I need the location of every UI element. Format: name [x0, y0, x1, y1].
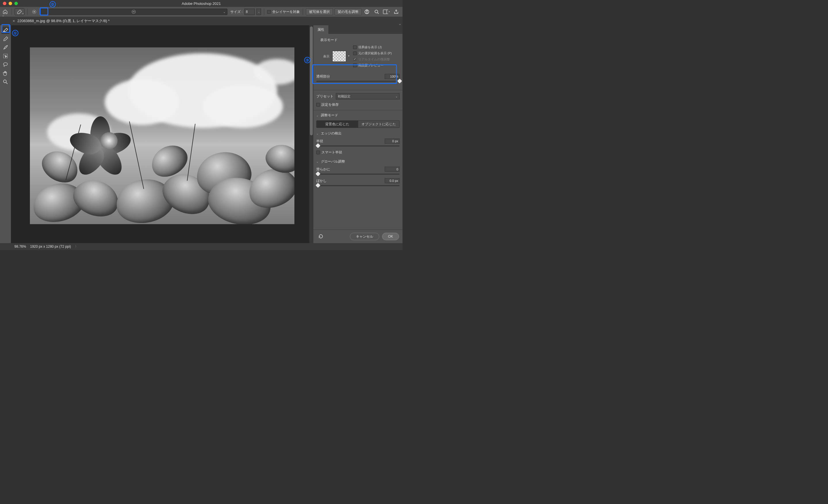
cancel-button[interactable]: キャンセル: [350, 233, 379, 240]
properties-panel: ›› 属性 表示モード 表示 境界線を表示 (J) 元の選択範囲を表示 (P) …: [314, 25, 403, 243]
brush-size-input[interactable]: [244, 9, 255, 15]
quick-selection-tool[interactable]: [1, 27, 9, 34]
document-tab-bar: ›› × 22083868_m.jpg @ 98.8% (白黒 1, レイヤーマ…: [0, 17, 403, 25]
panel-footer: キャンセル OK: [314, 230, 403, 243]
left-toolbar: ››: [0, 25, 11, 243]
add-to-selection-icon[interactable]: [31, 8, 38, 15]
smooth-value-input[interactable]: 0: [385, 167, 400, 172]
feather-value-input[interactable]: 0.0 px: [385, 178, 400, 183]
workspace-switcher-icon[interactable]: ▾: [383, 8, 390, 15]
feather-slider[interactable]: [316, 185, 400, 186]
status-doc-info[interactable]: 1920 px x 1280 px (72 ppi): [30, 244, 71, 248]
window-controls: [0, 2, 18, 5]
hand-tool[interactable]: [1, 70, 9, 77]
realtime-refine-checkbox: リアルタイムの微調整: [353, 57, 392, 61]
svg-rect-9: [383, 10, 388, 14]
ok-button[interactable]: OK: [382, 233, 399, 240]
svg-point-0: [33, 10, 36, 13]
minimize-window-icon[interactable]: [9, 2, 12, 5]
refine-hair-button[interactable]: 髪の毛を調整: [335, 8, 362, 15]
transparency-value-input[interactable]: 100%: [385, 74, 400, 79]
preset-label: プリセット: [316, 94, 333, 99]
adjust-mode-heading[interactable]: ⌄調整モード: [316, 113, 400, 118]
annotation-number-2: ②: [49, 1, 56, 7]
close-window-icon[interactable]: [3, 2, 6, 5]
svg-line-8: [377, 13, 379, 14]
object-aware-button[interactable]: オブジェクトに応じた: [358, 121, 400, 128]
transparency-label: 透明部分: [316, 75, 330, 79]
hq-preview-checkbox[interactable]: 高品質プレビュー: [353, 63, 392, 67]
color-aware-button[interactable]: 背景色に応じた: [316, 121, 358, 128]
checkbox-label: 全レイヤーを対象: [272, 9, 300, 14]
view-mode-thumbnail[interactable]: [332, 51, 346, 62]
reset-icon[interactable]: [317, 233, 324, 240]
brush-size-dropdown-icon[interactable]: ⌄: [256, 9, 261, 15]
svg-point-5: [365, 10, 369, 14]
share-icon[interactable]: [393, 8, 400, 15]
show-edge-checkbox[interactable]: 境界線を表示 (J): [353, 45, 392, 49]
view-mode-heading: 表示モード: [320, 38, 400, 42]
refine-edge-brush-tool[interactable]: [1, 35, 9, 43]
tab-close-icon[interactable]: ×: [13, 19, 15, 23]
lasso-tool[interactable]: [1, 61, 9, 68]
svg-point-7: [375, 10, 378, 13]
transparency-slider[interactable]: [316, 81, 400, 82]
search-icon[interactable]: [373, 8, 380, 15]
sample-all-layers-checkbox[interactable]: 全レイヤーを対象: [267, 9, 300, 14]
collapse-chevrons-icon[interactable]: ››: [399, 23, 401, 26]
preset-select[interactable]: 初期設定: [336, 93, 400, 99]
status-zoom[interactable]: 98.76%: [14, 244, 26, 248]
svg-point-11: [3, 31, 5, 32]
smooth-slider[interactable]: [316, 174, 400, 175]
document-canvas[interactable]: [30, 47, 294, 224]
expand-chevrons-icon[interactable]: ››: [2, 14, 4, 17]
global-refine-heading[interactable]: ⌄グローバル調整: [316, 159, 400, 164]
brush-preset-picker[interactable]: [15, 8, 25, 15]
feather-label: ぼかし: [316, 179, 327, 183]
show-original-checkbox[interactable]: 元の選択範囲を表示 (P): [353, 51, 392, 55]
zoom-tool[interactable]: [1, 78, 9, 86]
edge-detection-heading[interactable]: ⌄エッジの検出: [316, 131, 400, 136]
checkbox-icon: [267, 10, 271, 14]
document-tab-title[interactable]: 22083868_m.jpg @ 98.8% (白黒 1, レイヤーマスク/8)…: [17, 18, 110, 24]
properties-tab[interactable]: 属性: [314, 25, 328, 34]
radius-label: 半径: [316, 139, 323, 143]
status-bar: 98.76% 1920 px x 1280 px (72 ppi) 〉: [0, 243, 403, 250]
radius-value-input[interactable]: 0 px: [385, 138, 400, 144]
svg-line-15: [6, 83, 7, 84]
object-selection-tool[interactable]: [1, 52, 9, 60]
adjust-mode-segmented: 背景色に応じた オブジェクトに応じた: [316, 121, 400, 128]
canvas-area: [11, 25, 314, 243]
smart-radius-checkbox[interactable]: スマート半径: [316, 150, 400, 155]
view-label: 表示: [323, 54, 329, 59]
title-bar: Adobe Photoshop 2021: [0, 0, 403, 7]
svg-rect-12: [3, 54, 7, 58]
cloud-documents-icon[interactable]: [363, 8, 370, 15]
select-subject-button[interactable]: 被写体を選択: [306, 8, 333, 15]
size-label: サイズ :: [230, 9, 243, 14]
annotation-number-3: ③: [304, 57, 310, 63]
radius-slider[interactable]: [316, 145, 400, 146]
vertical-scrollbar[interactable]: [309, 25, 314, 243]
maximize-window-icon[interactable]: [14, 2, 18, 5]
brush-tool[interactable]: [1, 44, 9, 51]
svg-point-3: [132, 10, 135, 13]
options-bar: サイズ : ⌄ 全レイヤーを対象 被写体を選択 髪の毛を調整 ▾: [0, 7, 403, 17]
subtract-from-selection-icon[interactable]: [40, 9, 227, 15]
svg-point-13: [3, 63, 7, 65]
annotation-number-1: ①: [12, 30, 18, 36]
status-arrow-icon[interactable]: 〉: [75, 244, 78, 248]
remember-settings-checkbox[interactable]: 設定を保存: [316, 102, 400, 107]
smooth-label: 滑らかに: [316, 167, 330, 172]
svg-point-14: [3, 80, 6, 83]
app-title: Adobe Photoshop 2021: [182, 1, 221, 6]
svg-point-6: [366, 10, 368, 12]
